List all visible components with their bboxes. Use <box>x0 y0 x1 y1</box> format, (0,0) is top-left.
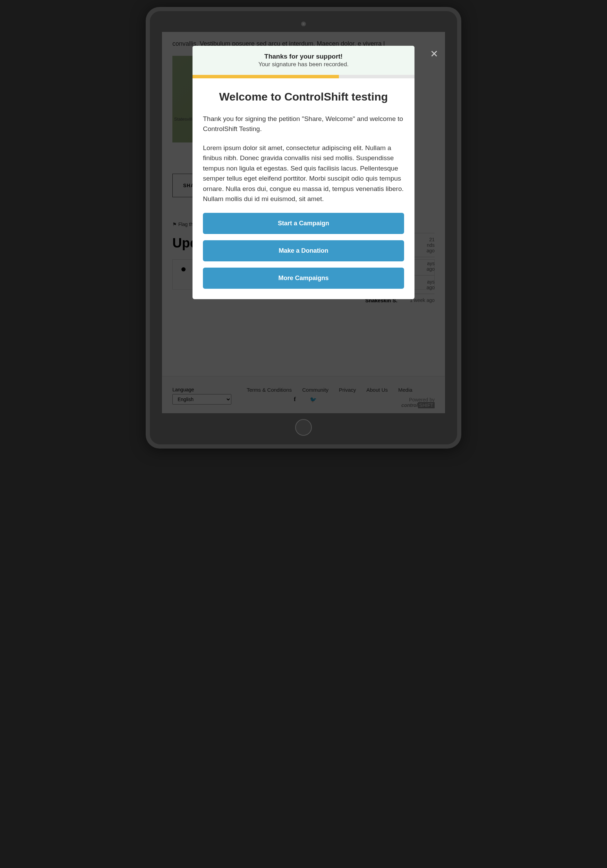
camera-icon <box>301 22 306 26</box>
thanks-subtitle: Your signature has been recorded. <box>199 61 408 68</box>
thanks-title: Thanks for your support! <box>199 53 408 60</box>
modal-paragraph-body: Lorem ipsum dolor sit amet, consectetur … <box>203 143 404 204</box>
progress-fill <box>193 75 339 78</box>
tablet-bezel: convallis. Vestibulum posuere sed arcu e… <box>150 11 457 445</box>
welcome-modal: Thanks for your support! Your signature … <box>193 46 414 299</box>
tablet-frame: convallis. Vestibulum posuere sed arcu e… <box>146 7 461 449</box>
more-campaigns-button[interactable]: More Campaigns <box>203 268 404 289</box>
thanks-banner: Thanks for your support! Your signature … <box>193 46 414 75</box>
start-campaign-button[interactable]: Start a Campaign <box>203 213 404 234</box>
modal-paragraph-intro: Thank you for signing the petition "Shar… <box>203 114 404 134</box>
modal-overlay: ✕ Thanks for your support! Your signatur… <box>162 32 445 413</box>
modal-body: Welcome to ControlShift testing Thank yo… <box>193 78 414 299</box>
screen: convallis. Vestibulum posuere sed arcu e… <box>162 32 445 413</box>
make-donation-button[interactable]: Make a Donation <box>203 240 404 261</box>
close-icon[interactable]: ✕ <box>430 49 438 59</box>
modal-heading: Welcome to ControlShift testing <box>203 90 404 103</box>
progress-bar <box>193 75 414 78</box>
home-button[interactable] <box>295 419 312 436</box>
